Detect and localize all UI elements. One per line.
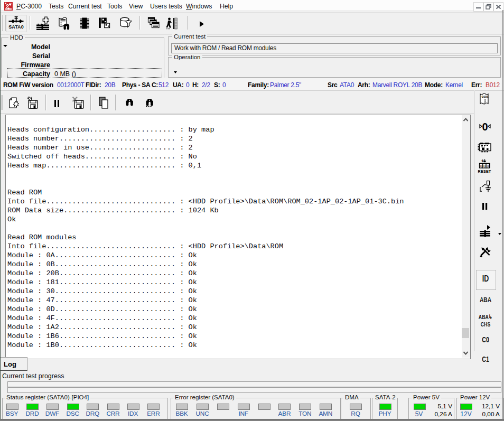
svg-text:0: 0 <box>480 164 482 169</box>
svg-text:0: 0 <box>483 164 486 169</box>
svg-text:0: 0 <box>482 121 488 132</box>
svg-text:RESET: RESET <box>478 169 491 173</box>
svg-text:0101: 0101 <box>482 95 489 99</box>
svg-text:0: 0 <box>487 164 489 169</box>
